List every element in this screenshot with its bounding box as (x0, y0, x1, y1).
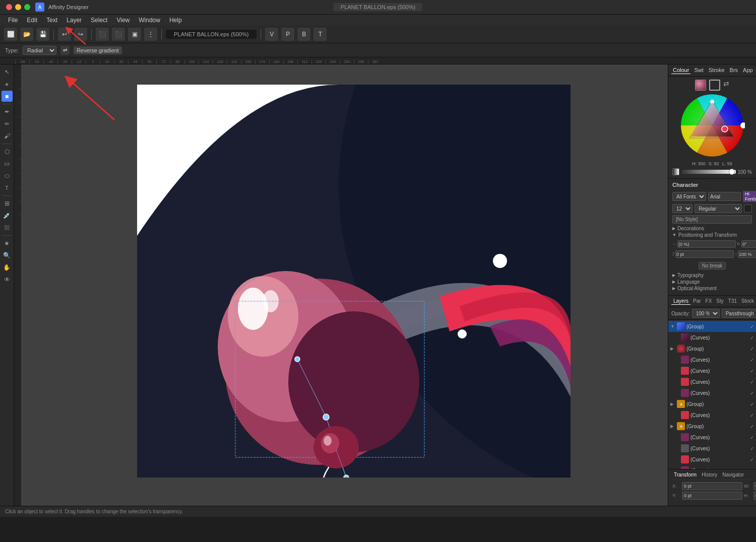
minimize-button[interactable] (15, 4, 21, 10)
font-name-input[interactable] (708, 192, 741, 201)
tool-hand[interactable]: ✋ (2, 262, 13, 273)
layer-group-star-1[interactable]: ▶ ★ (Group) ✓ (668, 398, 756, 410)
toolbar-new[interactable]: ⬜ (4, 28, 17, 41)
layer-group-2[interactable]: ▶ (Group) ✓ (668, 343, 756, 354)
menu-text[interactable]: Text (42, 16, 61, 25)
tool-ellipse[interactable]: ⬭ (2, 170, 13, 181)
tool-star[interactable]: ★ (2, 238, 13, 249)
no-break-btn[interactable]: No break (699, 262, 726, 269)
layer-expand-icon[interactable]: ▶ (670, 424, 675, 429)
layer-curves-9[interactable]: (Curves) ✓ (668, 454, 756, 465)
layer-vis-check[interactable]: ✓ (750, 357, 754, 363)
layer-group-star-2[interactable]: ▶ ★ (Group) ✓ (668, 421, 756, 432)
menu-help[interactable]: Help (165, 16, 186, 25)
no-style-dropdown[interactable]: [No Style] (672, 215, 752, 224)
layer-curves-2[interactable]: (Curves) ✓ (668, 354, 756, 365)
pos-offset-input[interactable] (675, 250, 734, 258)
tab-appearance[interactable]: App (741, 66, 754, 74)
layer-vis-check[interactable]: ✓ (750, 413, 754, 418)
layer-vis-check[interactable]: ✓ (750, 368, 754, 374)
tab-stock[interactable]: Stock (739, 298, 756, 305)
color-stroke-swatch[interactable] (709, 80, 720, 91)
layer-vis-check[interactable]: ✓ (750, 335, 754, 341)
layer-curves-8[interactable]: (Curves) ✓ (668, 443, 756, 454)
layer-vis-check[interactable]: ✓ (750, 424, 754, 429)
typography-section[interactable]: ▶ Typography (672, 273, 752, 278)
tool-eyedropper[interactable]: 💉 (2, 210, 13, 221)
layer-vis-check[interactable]: ✓ (750, 446, 754, 451)
font-filter-select[interactable]: All Fonts HI Fonts (672, 192, 706, 201)
layer-vis-check[interactable]: ✓ (750, 390, 754, 396)
tab-sty[interactable]: Sty (714, 298, 725, 305)
positioning-section-header[interactable]: ▼ Positioning and Transform (672, 232, 752, 238)
h-input[interactable] (753, 492, 756, 500)
x-input[interactable] (682, 482, 742, 490)
layer-curves-6[interactable]: (Curves) ✓ (668, 410, 756, 421)
layer-curves-7[interactable]: (Curves) ✓ (668, 432, 756, 443)
tab-swatches[interactable]: Swt (692, 66, 705, 74)
tab-stroke[interactable]: Stroke (707, 66, 726, 74)
tool-text[interactable]: T (2, 182, 13, 193)
color-wheel[interactable] (679, 93, 745, 158)
menu-layer[interactable]: Layer (62, 16, 86, 25)
tool-fill[interactable]: ⬛ (2, 222, 13, 233)
font-color-swatch[interactable] (744, 205, 752, 213)
tool-pointer[interactable]: ↖ (2, 66, 13, 78)
toolbar-undo[interactable]: ↩ (58, 28, 71, 41)
tab-transform[interactable]: Transform (672, 471, 698, 478)
toolbar-persona-3[interactable]: B (297, 28, 310, 41)
toolbar-arrange-forward[interactable]: ⬛ (112, 28, 125, 41)
pos-rot-input[interactable] (741, 240, 756, 248)
tab-brushes[interactable]: Brs (728, 66, 740, 74)
tool-brush[interactable]: 🖌 (2, 130, 13, 142)
layer-curves-4[interactable]: (Curves) ✓ (668, 376, 756, 387)
tool-rect[interactable]: ▭ (2, 158, 13, 169)
menu-select[interactable]: Select (87, 16, 111, 25)
layer-expand-icon[interactable]: ▶ (670, 401, 675, 406)
optical-alignment-section[interactable]: ▶ Optical Alignment (672, 286, 752, 291)
tool-gradient-fill[interactable]: ◼ (2, 91, 13, 102)
font-style-select[interactable]: Regular Bold Italic (695, 204, 742, 213)
menu-view[interactable]: View (112, 16, 134, 25)
layer-curves-5[interactable]: (Curves) ✓ (668, 387, 756, 398)
layer-expand-icon[interactable]: ▶ (670, 346, 675, 351)
pos-scale-y-input[interactable] (738, 250, 756, 258)
tool-view[interactable]: 👁 (2, 274, 13, 285)
tab-par[interactable]: Par (691, 298, 703, 305)
tab-navigator[interactable]: Navigator (721, 471, 745, 478)
tab-t31[interactable]: T31 (726, 298, 739, 305)
layer-curves-3[interactable]: (Curves) ✓ (668, 365, 756, 376)
layer-curves-1[interactable]: (Curves) ✓ (668, 332, 756, 343)
menu-file[interactable]: File (4, 16, 22, 25)
tool-zoom[interactable]: 🔍 (2, 250, 13, 261)
tool-shape[interactable]: ⬡ (2, 146, 13, 157)
layer-vis-check[interactable]: ✓ (750, 401, 754, 407)
color-fill-swatch[interactable] (695, 80, 706, 91)
toolbar-persona-2[interactable]: P (281, 28, 294, 41)
close-button[interactable] (6, 4, 12, 10)
layer-vis-check[interactable]: ✓ (750, 457, 754, 462)
toolbar-arrange-back[interactable]: ⬛ (96, 28, 109, 41)
tool-pencil[interactable]: ✏ (2, 118, 13, 129)
toolbar-group[interactable]: ▣ (128, 28, 141, 41)
opacity-input[interactable]: 100 % 75 % (692, 309, 720, 318)
tab-colour[interactable]: Colour (671, 66, 690, 74)
font-size-select[interactable]: 12 pt 8 pt 10 pt 14 pt (672, 204, 692, 213)
tool-pen[interactable]: ✒ (2, 106, 13, 117)
y-input[interactable] (682, 492, 742, 500)
language-section[interactable]: ▶ Language (672, 279, 752, 285)
pos-x-input[interactable] (677, 240, 736, 248)
tool-node[interactable]: ◈ (2, 79, 13, 90)
tab-fx[interactable]: FX (704, 298, 714, 305)
layer-expand-icon[interactable]: ▼ (670, 324, 675, 329)
layer-vis-check[interactable]: ✓ (750, 435, 754, 440)
toolbar-persona-4[interactable]: T (313, 28, 327, 41)
menu-edit[interactable]: Edit (23, 16, 41, 25)
canvas-area[interactable] (21, 64, 668, 506)
toolbar-open[interactable]: 📂 (20, 28, 33, 41)
layer-group-selected[interactable]: ▼ (Group) ✓ (668, 321, 756, 332)
menu-window[interactable]: Window (135, 16, 164, 25)
tab-layers[interactable]: Layers (671, 298, 690, 305)
toolbar-save[interactable]: 💾 (36, 28, 49, 41)
reverse-gradient-btn[interactable]: ⇄ (60, 46, 70, 55)
